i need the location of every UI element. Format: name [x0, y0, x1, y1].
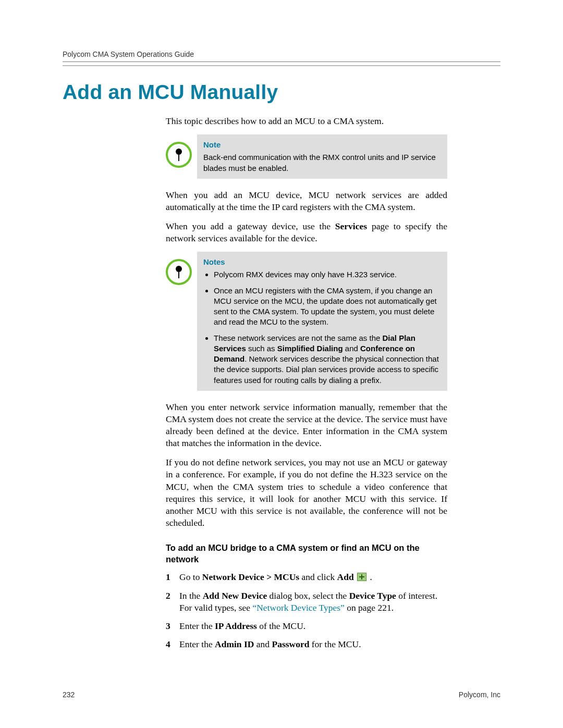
add-icon: [357, 573, 366, 581]
text: In the: [179, 590, 203, 601]
header-rule: [63, 61, 500, 66]
bold-text: Add: [337, 572, 354, 582]
notes-label: Notes: [203, 257, 441, 267]
text: Enter the: [179, 639, 215, 649]
bold-text: Admin ID: [215, 639, 254, 649]
pin-icon: [166, 259, 192, 285]
cross-reference-link[interactable]: “Network Device Types”: [252, 602, 344, 613]
step-3: Enter the IP Address of the MCU.: [166, 620, 447, 632]
page-number: 232: [63, 690, 75, 699]
paragraph-3: When you enter network service informati…: [166, 401, 447, 449]
note-block-1: Note Back-end communication with the RMX…: [166, 134, 447, 179]
paragraph-2: When you add a gateway device, use the S…: [166, 220, 447, 244]
text: These network services are not the same …: [214, 334, 383, 342]
note-label: Note: [203, 140, 441, 150]
text: . Network services describe the physical…: [214, 354, 439, 385]
procedure-steps: Go to Network Device > MCUs and click Ad…: [166, 571, 447, 650]
intro-paragraph: This topic describes how to add an MCU t…: [166, 115, 447, 127]
bold-text: Password: [272, 639, 309, 649]
text: and click: [299, 572, 337, 582]
note-block-2: Notes Polycom RMX devices may only have …: [166, 252, 447, 391]
text: for the MCU.: [309, 639, 361, 649]
company-name: Polycom, Inc: [459, 690, 500, 699]
text: and: [343, 344, 360, 353]
text: When you add a gateway device, use the: [166, 221, 335, 231]
bold-text: IP Address: [215, 621, 257, 631]
note-body-1: Note Back-end communication with the RMX…: [197, 134, 447, 179]
bold-text: Add New Device: [203, 590, 267, 601]
text: .: [368, 572, 372, 582]
page: Polycom CMA System Operations Guide Add …: [0, 0, 563, 728]
svg-rect-1: [178, 154, 179, 161]
page-title: Add an MCU Manually: [63, 81, 500, 104]
procedure-title: To add an MCU bridge to a CMA system or …: [166, 542, 447, 565]
svg-rect-3: [178, 271, 179, 278]
body-column: This topic describes how to add an MCU t…: [166, 115, 447, 650]
text: on page 221.: [345, 602, 394, 613]
paragraph-1: When you add an MCU device, MCU network …: [166, 189, 447, 213]
notes-item: These network services are not the same …: [214, 333, 441, 386]
notes-list: Polycom RMX devices may only have H.323 …: [203, 269, 441, 386]
bold-text: Services: [335, 221, 367, 231]
page-footer: 232 Polycom, Inc: [63, 690, 500, 699]
step-1: Go to Network Device > MCUs and click Ad…: [166, 571, 447, 583]
text: Go to: [179, 572, 202, 582]
text: Enter the: [179, 621, 215, 631]
note-icon-cell: [166, 252, 197, 285]
step-4: Enter the Admin ID and Password for the …: [166, 638, 447, 650]
bold-text: Device Type: [349, 590, 396, 601]
note-icon-cell: [166, 134, 197, 168]
notes-item: Once an MCU registers with the CMA syste…: [214, 286, 441, 328]
step-2: In the Add New Device dialog box, select…: [166, 590, 447, 614]
text: dialog box, select the: [267, 590, 349, 601]
text: and: [254, 639, 272, 649]
text: of the MCU.: [257, 621, 305, 631]
running-header: Polycom CMA System Operations Guide: [63, 50, 500, 61]
bold-text: Simplified Dialing: [277, 344, 343, 353]
notes-item: Polycom RMX devices may only have H.323 …: [214, 269, 441, 280]
bold-text: Network Device > MCUs: [202, 572, 299, 582]
note-body-2: Notes Polycom RMX devices may only have …: [197, 252, 447, 391]
note-text: Back-end communication with the RMX cont…: [203, 153, 436, 172]
text: such as: [246, 344, 277, 353]
paragraph-4: If you do not define network services, y…: [166, 456, 447, 529]
pin-icon: [166, 142, 192, 168]
